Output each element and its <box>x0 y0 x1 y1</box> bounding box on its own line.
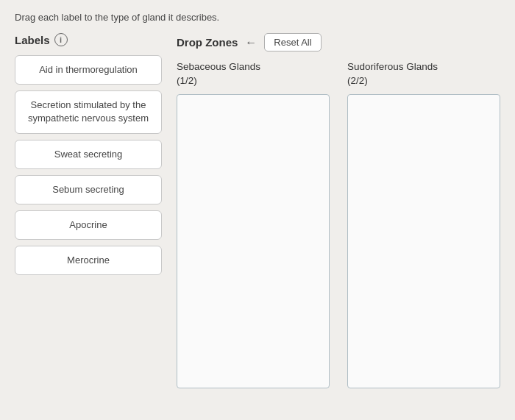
sebaceous-glands-label: Sebaceous Glands (1/2) <box>177 60 330 88</box>
label-card-card-1[interactable]: Aid in thermoregulation <box>15 55 162 85</box>
label-card-card-5[interactable]: Apocrine <box>15 210 162 240</box>
sudoriferous-glands-drop-zone[interactable] <box>347 94 500 388</box>
label-card-card-6[interactable]: Merocrine <box>15 246 162 275</box>
sudoriferous-glands-count: (2/2) <box>347 75 368 86</box>
info-icon[interactable]: i <box>54 33 68 46</box>
sudoriferous-glands-title: Sudoriferous Glands <box>347 61 438 72</box>
labels-title: Labels <box>15 34 50 46</box>
labels-cards-container: Aid in thermoregulationSecretion stimula… <box>15 55 162 275</box>
label-card-card-4[interactable]: Sebum secreting <box>15 175 162 204</box>
sebaceous-glands-drop-zone[interactable] <box>177 94 330 388</box>
sudoriferous-glands-label: Sudoriferous Glands (2/2) <box>347 60 500 88</box>
sudoriferous-glands-zone-container: Sudoriferous Glands (2/2) <box>347 60 500 388</box>
label-card-card-3[interactable]: Sweat secreting <box>15 140 162 169</box>
arrow-left-icon: ← <box>245 36 257 49</box>
drop-zones-grid: Sebaceous Glands (1/2) Sudoriferous Glan… <box>177 60 500 388</box>
drop-zones-title: Drop Zones <box>177 36 238 49</box>
drop-zones-panel: Drop Zones ← Reset All Sebaceous Glands … <box>162 33 500 388</box>
labels-panel-header: Labels i <box>15 33 162 46</box>
main-layout: Labels i Aid in thermoregulationSecretio… <box>15 33 500 388</box>
reset-all-button[interactable]: Reset All <box>264 33 321 51</box>
sebaceous-glands-zone-container: Sebaceous Glands (1/2) <box>177 60 330 388</box>
label-card-card-2[interactable]: Secretion stimulated by the sympathetic … <box>15 90 162 133</box>
sebaceous-glands-count: (1/2) <box>177 75 197 86</box>
drop-zones-header: Drop Zones ← Reset All <box>177 33 500 51</box>
instruction-text: Drag each label to the type of gland it … <box>15 12 500 23</box>
sebaceous-glands-title: Sebaceous Glands <box>177 61 260 72</box>
labels-panel: Labels i Aid in thermoregulationSecretio… <box>15 33 162 388</box>
